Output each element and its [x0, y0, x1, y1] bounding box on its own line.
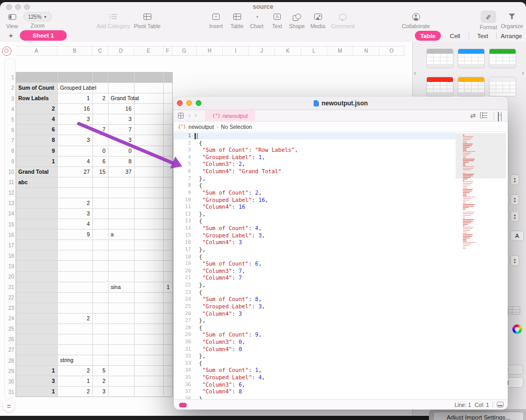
row-number-5[interactable]: 5 [5, 115, 14, 125]
spreadsheet-cell-A5[interactable]: 4 [18, 114, 55, 124]
tab-sheet-1[interactable]: Sheet 1 [20, 30, 67, 41]
spreadsheet-cell-B30[interactable]: 1 [60, 376, 90, 386]
row-number-14[interactable]: 14 [5, 209, 14, 219]
row-number-1[interactable]: 1 [5, 73, 14, 83]
spreadsheet-cell-B10[interactable]: 27 [60, 166, 90, 177]
row-number-4[interactable]: 4 [5, 104, 14, 115]
spreadsheet-cell-C30[interactable]: 2 [95, 376, 105, 386]
format-tab-cell[interactable]: Cell [445, 31, 465, 41]
row-number-9[interactable]: 9 [5, 157, 14, 167]
spreadsheet-cell-A29[interactable]: 1 [18, 365, 55, 376]
column-header-N[interactable]: N [353, 46, 379, 55]
column-header-E[interactable]: E [134, 46, 163, 55]
spreadsheet-cell-C3[interactable]: 2 [95, 93, 105, 103]
tab-newoutput[interactable]: {"} newoutput [205, 110, 255, 122]
adjust-import-settings-button[interactable]: Adjust Import Settings... [433, 412, 524, 420]
format-tab-text[interactable]: Text [472, 31, 493, 41]
spreadsheet-cell-D7[interactable]: 3 [111, 135, 132, 145]
spreadsheet-cell-A11[interactable]: abc [18, 177, 55, 187]
table-style-plain[interactable] [489, 77, 516, 97]
spreadsheet-cell-D21[interactable]: sina [111, 282, 132, 292]
stepper-control[interactable]: ▲▼ [510, 255, 519, 266]
spreadsheet-cell-D9[interactable]: 8 [111, 156, 132, 166]
spreadsheet-cell-B5[interactable]: 3 [60, 114, 90, 124]
row-number-10[interactable]: 10 [5, 167, 14, 177]
column-header-L[interactable]: L [301, 46, 327, 55]
row-number-30[interactable]: 30 [5, 377, 14, 387]
spreadsheet-cell-D4[interactable]: 16 [111, 103, 132, 114]
spreadsheet-cell-D6[interactable]: 7 [111, 124, 132, 135]
column-header-A[interactable]: A [16, 46, 57, 55]
spreadsheet-cell-A2[interactable]: Sum of Count [18, 82, 55, 93]
spreadsheet-cell-D5[interactable]: 3 [111, 114, 132, 124]
spreadsheet-cell-C6[interactable]: 7 [95, 124, 105, 135]
row-number-18[interactable]: 18 [5, 251, 14, 261]
row-number-24[interactable]: 24 [5, 314, 14, 324]
page-view-icon[interactable] [497, 402, 504, 407]
spreadsheet-cell-D10[interactable]: 37 [111, 166, 132, 177]
spreadsheet-cell-A31[interactable]: 1 [18, 386, 55, 397]
format-tab-table[interactable]: Table [415, 31, 441, 41]
spreadsheet-cell-B16[interactable]: 9 [60, 229, 90, 239]
spreadsheet-cell-B13[interactable]: 2 [60, 198, 90, 208]
column-header-C[interactable]: C [92, 46, 108, 55]
spreadsheet-cell-A4[interactable]: 2 [18, 103, 55, 114]
spreadsheet-cell-B15[interactable]: 4 [60, 219, 90, 229]
chevron-right-icon[interactable]: › [522, 69, 524, 77]
column-header-K[interactable]: K [275, 46, 301, 55]
spreadsheet-cell-B3[interactable]: 1 [60, 93, 90, 103]
column-header-H[interactable]: H [197, 46, 223, 55]
format-tab-arrange[interactable]: Arrange [498, 31, 524, 41]
spreadsheet-cell-F21[interactable]: 1 [166, 282, 170, 292]
row-number-13[interactable]: 13 [5, 198, 14, 209]
spreadsheet-cell-C9[interactable]: 6 [95, 156, 105, 166]
stepper-control[interactable]: ▲▼ [510, 194, 519, 205]
spreadsheet-cell-A10[interactable]: Grand Total [18, 166, 55, 177]
table-style-green[interactable] [489, 49, 516, 68]
swap-arrows-icon[interactable]: ⇄ [470, 112, 476, 119]
spreadsheet-cell-B29[interactable]: 2 [60, 365, 90, 376]
spreadsheet-cell-B24[interactable]: 2 [60, 313, 90, 323]
zoom-dropdown[interactable]: 125%▼ [23, 12, 52, 21]
tab-overview-icon[interactable] [178, 113, 184, 118]
chevron-right-icon[interactable]: › [195, 112, 197, 118]
column-header-G[interactable]: G [172, 46, 197, 55]
row-number-6[interactable]: 6 [5, 125, 14, 136]
spreadsheet-cell-B31[interactable]: 2 [60, 386, 90, 397]
spreadsheet-cell-D16[interactable]: a [111, 229, 132, 239]
row-number-2[interactable]: 2 [5, 83, 14, 93]
chevron-left-icon[interactable]: ‹ [414, 69, 416, 77]
row-number-19[interactable]: 19 [5, 261, 14, 272]
add-sheet-button[interactable]: + [6, 31, 16, 40]
row-number-31[interactable]: 31 [5, 387, 14, 398]
row-number-29[interactable]: 29 [5, 366, 14, 377]
code-editor[interactable]: 1[2 {3 "Sum of Count": "Row Labels",4 "G… [174, 132, 508, 399]
spreadsheet-cell-A9[interactable]: 1 [18, 156, 55, 166]
spreadsheet-cell-B2[interactable]: Grouped Label [60, 82, 90, 93]
row-number-22[interactable]: 22 [5, 293, 14, 303]
zoom-control[interactable]: 125%▼ Zoom [22, 12, 53, 29]
spreadsheet-cell-B28[interactable]: string [60, 355, 90, 365]
row-number-26[interactable]: 26 [5, 334, 14, 345]
formula-button[interactable]: = [3, 400, 15, 412]
row-number-7[interactable]: 7 [5, 136, 14, 146]
column-header-O[interactable]: O [379, 46, 404, 55]
spreadsheet-cell-A3[interactable]: Row Labels [18, 93, 55, 103]
row-number-15[interactable]: 15 [5, 220, 14, 230]
table-style-blue[interactable] [458, 49, 485, 68]
row-number-23[interactable]: 23 [5, 303, 14, 314]
row-number-17[interactable]: 17 [5, 241, 14, 251]
column-header-F[interactable]: F [163, 46, 172, 55]
select-all-handle[interactable] [2, 46, 11, 56]
table-style-orange[interactable] [458, 77, 485, 97]
column-header-D[interactable]: D [108, 46, 134, 55]
pivot-table-button[interactable]: Pivot Table [128, 11, 166, 29]
text-style-button[interactable]: A [510, 231, 524, 241]
spreadsheet-cell-A30[interactable]: 3 [18, 376, 55, 386]
spreadsheet-cell-B9[interactable]: 4 [60, 156, 90, 166]
spreadsheet-cell-B4[interactable]: 16 [60, 103, 90, 114]
row-number-21[interactable]: 21 [5, 282, 14, 293]
spreadsheet-cell-C29[interactable]: 5 [95, 365, 105, 376]
collaborate-button[interactable]: Collaborate [397, 11, 435, 29]
column-header-I[interactable]: I [223, 46, 249, 55]
